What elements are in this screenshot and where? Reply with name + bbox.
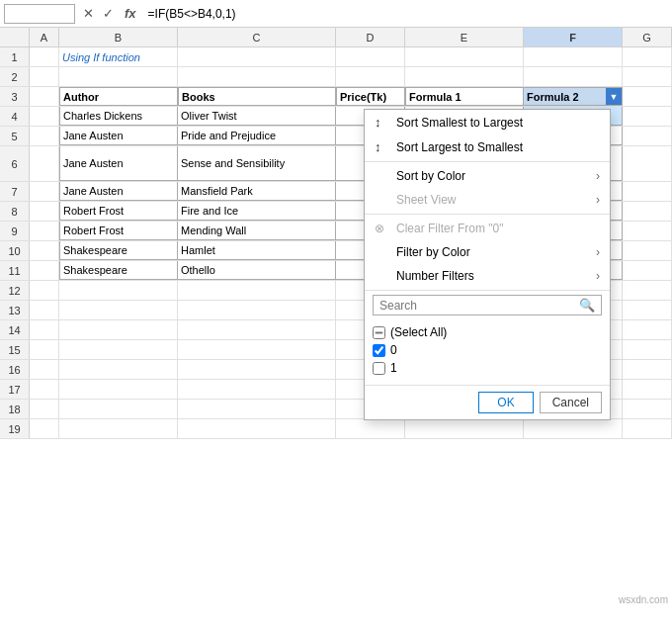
clear-filter-item: ⊗ Clear Filter From "0" [365, 217, 610, 240]
cell-d2[interactable] [336, 67, 405, 86]
cell-c5[interactable]: Pride and Prejudice [178, 127, 336, 145]
cell-a3[interactable] [30, 87, 59, 106]
sort-by-color-item[interactable]: Sort by Color › [365, 164, 610, 188]
cell-b3-header[interactable]: Author [59, 87, 178, 106]
formula-input[interactable] [144, 5, 668, 23]
cell-a2[interactable] [30, 67, 59, 86]
search-icon: 🔍 [579, 298, 595, 313]
filter-ok-button[interactable]: OK [478, 392, 533, 413]
cell-a6[interactable] [30, 146, 59, 181]
cell-a7[interactable] [30, 182, 59, 201]
cell-g7[interactable] [623, 182, 672, 201]
cell-c7[interactable]: Mansfield Park [178, 182, 336, 201]
cell-reference-box[interactable]: F4 [4, 4, 75, 24]
filter-search-input[interactable] [379, 299, 575, 313]
cell-a1[interactable] [30, 47, 59, 66]
cell-g5[interactable] [623, 127, 672, 145]
filter-cancel-button[interactable]: Cancel [540, 392, 602, 413]
select-all-item[interactable]: (Select All) [373, 323, 602, 341]
cell-d1[interactable] [336, 47, 405, 66]
filter-label-1: 1 [390, 361, 397, 375]
cell-b11[interactable]: Shakespeare [59, 261, 178, 280]
cell-c10[interactable]: Hamlet [178, 241, 336, 260]
sort-ascending-item[interactable]: ↕ Sort Smallest to Largest [365, 110, 610, 135]
cell-a4[interactable] [30, 107, 59, 126]
filter-item-0[interactable]: 0 [373, 341, 602, 359]
filter-checkbox-1[interactable] [373, 362, 385, 375]
row-header-7: 7 [0, 182, 30, 201]
cell-a9[interactable] [30, 222, 59, 240]
cell-c8[interactable]: Fire and Ice [178, 202, 336, 221]
sort-descending-item[interactable]: ↕ Sort Largest to Smallest [365, 135, 610, 159]
filter-color-arrow: › [596, 245, 600, 259]
table-row: 1 Using If function [0, 47, 672, 67]
cell-b10[interactable]: Shakespeare [59, 241, 178, 260]
cell-c11[interactable]: Othello [178, 261, 336, 280]
cell-g8[interactable] [623, 202, 672, 221]
cell-b5[interactable]: Jane Austen [59, 127, 178, 145]
cell-g9[interactable] [623, 222, 672, 240]
cell-g1[interactable] [623, 47, 672, 66]
col-header-f: F [524, 28, 623, 46]
select-all-checkbox[interactable] [373, 326, 385, 339]
cell-c6[interactable]: Sense and Sensibility [178, 146, 336, 181]
cell-a5[interactable] [30, 127, 59, 145]
cell-c1[interactable] [178, 47, 336, 66]
clear-filter-icon: ⊗ [375, 222, 390, 235]
cell-e3-header[interactable]: Formula 1 [405, 87, 524, 106]
col-header-c: C [178, 28, 336, 46]
cell-f2[interactable] [524, 67, 623, 86]
cell-b7[interactable]: Jane Austen [59, 182, 178, 201]
cell-g6[interactable] [623, 146, 672, 181]
sheet-view-arrow: › [596, 193, 600, 207]
cancel-formula-button[interactable]: ✕ [79, 5, 97, 23]
row-header-4: 4 [0, 107, 30, 126]
cell-b4[interactable]: Charles Dickens [59, 107, 178, 126]
col-header-g: G [623, 28, 672, 46]
filter-checkbox-0[interactable] [373, 344, 385, 357]
filter-label-0: 0 [390, 343, 397, 357]
cell-g11[interactable] [623, 261, 672, 280]
select-all-label: (Select All) [390, 325, 447, 339]
cell-e1[interactable] [405, 47, 524, 66]
divider-1 [365, 161, 610, 162]
cell-b9[interactable]: Robert Frost [59, 222, 178, 240]
cell-b2[interactable] [59, 67, 178, 86]
row-header-9: 9 [0, 222, 30, 240]
cell-b6[interactable]: Jane Austen [59, 146, 178, 181]
filter-dropdown-button[interactable]: ▼ [606, 88, 622, 105]
filter-by-color-item[interactable]: Filter by Color › [365, 240, 610, 264]
col-header-b: B [59, 28, 178, 46]
sort-descending-label: Sort Largest to Smallest [396, 140, 523, 154]
cell-a8[interactable] [30, 202, 59, 221]
cell-b1[interactable]: Using If function [59, 47, 178, 66]
cell-g2[interactable] [623, 67, 672, 86]
number-filters-label: Number Filters [396, 269, 474, 283]
filter-item-1[interactable]: 1 [373, 359, 602, 377]
cell-c4[interactable]: Oliver Twist [178, 107, 336, 126]
cell-c2[interactable] [178, 67, 336, 86]
cell-c9[interactable]: Mending Wall [178, 222, 336, 240]
filter-footer: OK Cancel [365, 385, 610, 419]
cell-e2[interactable] [405, 67, 524, 86]
cell-d3-header[interactable]: Price(Tk) [336, 87, 405, 106]
confirm-formula-button[interactable]: ✓ [99, 5, 117, 23]
filter-dropdown-panel: ↕ Sort Smallest to Largest ↕ Sort Larges… [364, 109, 611, 420]
row-header-13: 13 [0, 301, 30, 319]
sort-ascending-label: Sort Smallest to Largest [396, 116, 523, 130]
row-header-16: 16 [0, 360, 30, 379]
cell-g10[interactable] [623, 241, 672, 260]
cell-b8[interactable]: Robert Frost [59, 202, 178, 221]
sort-color-arrow: › [596, 169, 600, 183]
cell-f1[interactable] [524, 47, 623, 66]
cell-g4[interactable] [623, 107, 672, 126]
cell-a11[interactable] [30, 261, 59, 280]
cell-a10[interactable] [30, 241, 59, 260]
cell-c3-header[interactable]: Books [178, 87, 336, 106]
col-header-a: A [30, 28, 59, 46]
col-header-row [0, 28, 30, 46]
number-filters-arrow: › [596, 269, 600, 283]
number-filters-item[interactable]: Number Filters › [365, 264, 610, 288]
cell-g3[interactable] [623, 87, 672, 106]
filter-by-color-label: Filter by Color [396, 245, 470, 259]
